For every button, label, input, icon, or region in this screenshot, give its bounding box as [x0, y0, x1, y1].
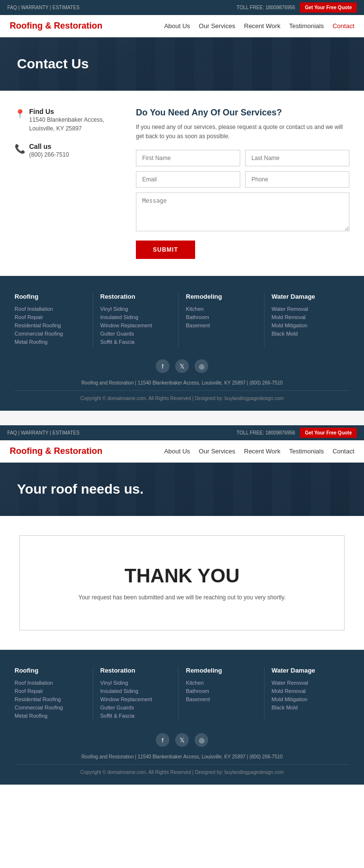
- list-item: Residential Roofing: [15, 696, 85, 702]
- hero-title: Contact Us: [17, 56, 89, 72]
- facebook-icon-2[interactable]: f: [156, 733, 169, 747]
- top-bar-2: FAQ | WARRANTY | ESTIMATES TOLL FREE: 18…: [0, 425, 364, 440]
- nav-contact[interactable]: Contact: [332, 22, 354, 30]
- nav-links-2: About Us Our Services Recent Work Testim…: [164, 448, 354, 455]
- footer-remodeling: Remodeling Kitchen Bathroom Basement: [186, 293, 265, 347]
- list-item: Window Replacement: [100, 322, 171, 328]
- footer-restoration: Restoration Vinyl Siding Insulated Sidin…: [100, 293, 179, 347]
- find-us-label: Find Us: [29, 108, 104, 115]
- footer-roofing-list: Roof Installation Roof Repair Residentia…: [15, 306, 85, 345]
- footer-address: Roofing and Restoration | 11540 Blankenb…: [15, 380, 349, 386]
- top-bar-2-left: FAQ | WARRANTY | ESTIMATES: [7, 430, 80, 435]
- nav2-about[interactable]: About Us: [164, 448, 190, 455]
- toll-free-text: TOLL FREE: 18009876956: [236, 5, 295, 10]
- logo-2[interactable]: Roofing & Restoration: [10, 446, 102, 456]
- form-heading: Do You Need Any Of Our Services?: [136, 108, 349, 118]
- last-name-input[interactable]: [245, 150, 349, 166]
- page-divider: [0, 411, 364, 425]
- footer2-copyright: Copyright © domainname.com. All Rights R…: [15, 764, 349, 775]
- footer-grid-2: Roofing Roof Installation Roof Repair Re…: [15, 667, 349, 721]
- list-item: Water Removal: [272, 680, 343, 686]
- logo-text: Roofing: [10, 21, 45, 31]
- list-item: Water Removal: [272, 306, 343, 312]
- footer2-roofing: Roofing Roof Installation Roof Repair Re…: [15, 667, 93, 721]
- list-item: Residential Roofing: [15, 322, 85, 328]
- footer-roofing-heading: Roofing: [15, 293, 85, 300]
- email-input[interactable]: [136, 171, 240, 188]
- logo-text-2: Roofing: [10, 446, 45, 456]
- thankyou-heading: THANK YOU: [34, 565, 330, 587]
- find-us-item: 📍 Find Us 11540 Blankenbaker Access,Loui…: [15, 108, 121, 133]
- instagram-icon-2[interactable]: ◎: [195, 733, 208, 747]
- twitter-icon[interactable]: 𝕏: [175, 359, 189, 373]
- list-item: Commercial Roofing: [15, 705, 85, 710]
- list-item: Black Mold: [272, 331, 343, 337]
- top-bar-left: FAQ | WARRANTY | ESTIMATES: [7, 5, 80, 10]
- list-item: Gutter Guards: [100, 705, 171, 710]
- first-name-input[interactable]: [136, 150, 240, 166]
- nav-services[interactable]: Our Services: [199, 22, 235, 30]
- footer2-water-damage: Water Damage Water Removal Mold Removal …: [272, 667, 350, 721]
- call-us-item: 📞 Call us (800) 266-7510: [15, 143, 121, 159]
- main-nav: Roofing & Restoration About Us Our Servi…: [0, 15, 364, 37]
- footer: Roofing Roof Installation Roof Repair Re…: [0, 276, 364, 411]
- footer-water-damage-heading: Water Damage: [272, 293, 343, 300]
- footer-restoration-list: Vinyl Siding Insulated Siding Window Rep…: [100, 306, 171, 345]
- list-item: Roof Repair: [15, 688, 85, 694]
- list-item: Window Replacement: [100, 696, 171, 702]
- footer2-remodeling: Remodeling Kitchen Bathroom Basement: [186, 667, 265, 721]
- list-item: Mold Mitigation: [272, 322, 343, 328]
- list-item: Roof Installation: [15, 306, 85, 312]
- facebook-icon[interactable]: f: [156, 359, 169, 373]
- toll-free-text-2: TOLL FREE: 18009876956: [236, 430, 295, 435]
- list-item: Commercial Roofing: [15, 331, 85, 337]
- twitter-icon-2[interactable]: 𝕏: [175, 733, 189, 747]
- footer-water-damage: Water Damage Water Removal Mold Removal …: [272, 293, 350, 347]
- footer2-address: Roofing and Restoration | 11540 Blankenb…: [15, 754, 349, 759]
- get-quote-button[interactable]: Get Your Free Quote: [300, 2, 357, 13]
- instagram-icon[interactable]: ◎: [195, 359, 208, 373]
- thankyou-section: THANK YOU Your request has been submitte…: [0, 516, 364, 650]
- footer-grid: Roofing Roof Installation Roof Repair Re…: [15, 293, 349, 347]
- submit-button[interactable]: SUBMIT: [136, 241, 195, 259]
- footer2-social: f 𝕏 ◎: [15, 733, 349, 747]
- list-item: Insulated Siding: [100, 688, 171, 694]
- footer2-restoration-heading: Restoration: [100, 667, 171, 674]
- nav2-services[interactable]: Our Services: [199, 448, 235, 455]
- list-item: Vinyl Siding: [100, 306, 171, 312]
- footer2-roofing-list: Roof Installation Roof Repair Residentia…: [15, 680, 85, 719]
- footer2-water-damage-list: Water Removal Mold Removal Mold Mitigati…: [272, 680, 343, 710]
- list-item: Metal Roofing: [15, 713, 85, 719]
- list-item: Metal Roofing: [15, 339, 85, 345]
- list-item: Roof Repair: [15, 314, 85, 320]
- nav-recent-work[interactable]: Recent Work: [244, 22, 281, 30]
- list-item: Insulated Siding: [100, 314, 171, 320]
- list-item: Mold Removal: [272, 314, 343, 320]
- nav-testimonials[interactable]: Testimonials: [289, 22, 324, 30]
- phone-text: (800) 266-7510: [29, 150, 69, 159]
- location-icon: 📍: [15, 109, 25, 119]
- list-item: Soffit & Fascia: [100, 713, 171, 719]
- main-nav-2: Roofing & Restoration About Us Our Servi…: [0, 440, 364, 463]
- list-item: Basement: [186, 322, 257, 328]
- list-item: Kitchen: [186, 680, 257, 686]
- phone-input[interactable]: [245, 171, 349, 188]
- list-item: Soffit & Fascia: [100, 339, 171, 345]
- message-textarea[interactable]: [136, 193, 349, 231]
- nav-about[interactable]: About Us: [164, 22, 190, 30]
- logo[interactable]: Roofing & Restoration: [10, 21, 102, 31]
- footer2-restoration: Restoration Vinyl Siding Insulated Sidin…: [100, 667, 179, 721]
- nav2-recent-work[interactable]: Recent Work: [244, 448, 281, 455]
- list-item: Black Mold: [272, 705, 343, 710]
- get-quote-button-2[interactable]: Get Your Free Quote: [300, 428, 357, 438]
- nav-links: About Us Our Services Recent Work Testim…: [164, 22, 354, 30]
- top-bar: FAQ | WARRANTY | ESTIMATES TOLL FREE: 18…: [0, 0, 364, 15]
- footer-roofing: Roofing Roof Installation Roof Repair Re…: [15, 293, 93, 347]
- nav2-contact[interactable]: Contact: [332, 448, 354, 455]
- footer2-roofing-heading: Roofing: [15, 667, 85, 674]
- footer2-restoration-list: Vinyl Siding Insulated Siding Window Rep…: [100, 680, 171, 719]
- contact-row: [136, 171, 349, 188]
- logo-accent: & Restoration: [45, 21, 102, 31]
- nav2-testimonials[interactable]: Testimonials: [289, 448, 324, 455]
- call-us-label: Call us: [29, 143, 69, 150]
